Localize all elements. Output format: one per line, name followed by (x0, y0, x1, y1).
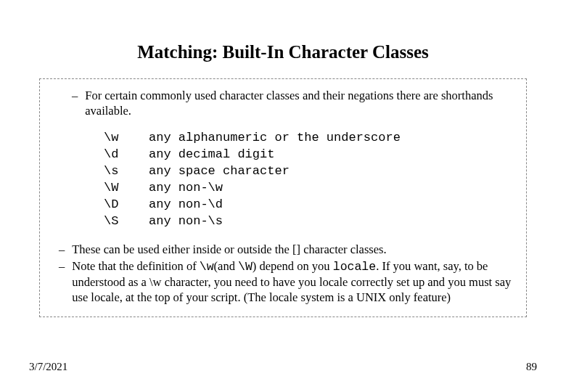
code-inline: \W (238, 260, 253, 274)
shorthand-code: \w (104, 130, 149, 147)
slide-title: Matching: Built-In Character Classes (0, 0, 566, 78)
content-panel: – For certain commonly used character cl… (39, 78, 527, 317)
bullet-dash: – (59, 258, 72, 305)
table-row: \s any space character (104, 163, 513, 180)
bullet-dash: – (59, 242, 72, 257)
note-text: These can be used either inside or outsi… (72, 242, 513, 257)
shorthand-desc: any space character (149, 163, 513, 180)
intro-text: For certain commonly used character clas… (85, 88, 513, 118)
shorthand-desc: any alphanumeric or the underscore (149, 130, 513, 147)
note-text: Note that the definition of \w(and \W) d… (72, 258, 513, 305)
table-row: \w any alphanumeric or the underscore (104, 130, 513, 147)
table-row: \W any non-\w (104, 180, 513, 197)
table-row: \S any non-\s (104, 213, 513, 230)
slide-footer: 3/7/2021 89 (0, 361, 566, 373)
shorthand-code: \d (104, 147, 149, 163)
shorthand-code: \s (104, 163, 149, 180)
footer-date: 3/7/2021 (29, 361, 67, 373)
shorthand-desc: any decimal digit (149, 147, 513, 163)
shorthand-table: \w any alphanumeric or the underscore \d… (104, 130, 513, 230)
intro-bullet: – For certain commonly used character cl… (72, 88, 513, 118)
notes-group: – These can be used either inside or out… (59, 242, 513, 305)
table-row: \d any decimal digit (104, 147, 513, 163)
note-bullet: – These can be used either inside or out… (59, 242, 513, 257)
table-row: \D any non-\d (104, 197, 513, 213)
shorthand-desc: any non-\d (149, 197, 513, 213)
code-inline: locale (333, 260, 376, 274)
footer-page-number: 89 (526, 361, 537, 373)
code-inline: \w (200, 260, 214, 274)
shorthand-desc: any non-\s (149, 213, 513, 230)
bullet-dash: – (72, 88, 85, 118)
shorthand-desc: any non-\w (149, 180, 513, 197)
shorthand-code: \S (104, 213, 149, 230)
shorthand-code: \D (104, 197, 149, 213)
shorthand-code: \W (104, 180, 149, 197)
note-bullet: – Note that the definition of \w(and \W)… (59, 258, 513, 305)
